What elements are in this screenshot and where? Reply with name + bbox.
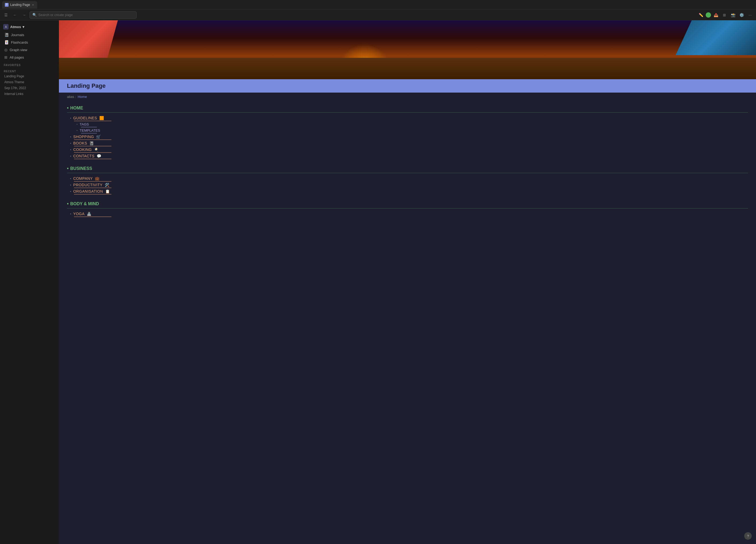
search-icon: 🔍 — [32, 13, 37, 17]
sidebar-item-all-pages[interactable]: ⊞ All pages — [1, 54, 58, 61]
alias-row: alias : Home — [59, 93, 756, 101]
edit-icon-button[interactable]: ✏️ — [697, 11, 705, 19]
nav-subitem-templates-label: TEMPLATES — [80, 129, 100, 133]
nav-item-organisation-label: ORGANISATION — [73, 189, 103, 194]
nav-item-cooking-emoji: 🍳 — [94, 148, 99, 152]
hero-ground — [59, 58, 756, 79]
active-tab[interactable]: P Landing Page × — [2, 1, 37, 9]
tab-label: Landing Page — [10, 3, 30, 7]
section-business-header: BUSINESS — [64, 164, 748, 172]
journals-icon: 📓 — [4, 33, 9, 37]
toolbar: ☰ ← → 🔍 Search or create page ✏️ 📤 ⊞ 📸 ⚙… — [0, 10, 756, 20]
nav-item-yoga-label: YOGA — [73, 212, 85, 216]
nav-subitem-tags[interactable]: TAGS — [75, 121, 748, 127]
section-bodymind-label: BODY & MIND — [70, 202, 99, 206]
recent-item-atmos-theme[interactable]: Atmos Theme — [0, 79, 59, 85]
recent-item-landing-page[interactable]: Landing Page — [0, 73, 59, 79]
sidebar-item-flashcards[interactable]: 🃏 Flashcards — [1, 39, 58, 46]
snapshot-icon-button[interactable]: 📸 — [729, 11, 737, 19]
nav-item-cooking[interactable]: COOKING 🍳 — [69, 146, 748, 153]
sidebar: A Atmos ▾ 📓 Journals 🃏 Flashcards ◎ Grap… — [0, 20, 59, 544]
forward-button[interactable]: → — [20, 11, 28, 19]
nav-item-yoga-emoji: 🏯 — [87, 212, 91, 216]
guidelines-subitems: TAGS TEMPLATES — [69, 121, 748, 134]
sidebar-item-journals-label: Journals — [11, 33, 24, 37]
tab-page-icon: P — [5, 3, 9, 7]
section-home-header: HOME — [64, 103, 748, 112]
recent-section-label: RECENT — [0, 67, 59, 73]
grid-icon-button[interactable]: ⊞ — [721, 11, 728, 19]
hero-image — [59, 20, 756, 79]
nav-item-contacts-emoji: 💬 — [97, 154, 101, 158]
sidebar-item-flashcards-label: Flashcards — [11, 40, 28, 44]
workspace-chevron: ▾ — [22, 25, 24, 29]
more-icon-button[interactable]: ··· — [746, 11, 754, 19]
recent-item-sep17[interactable]: Sep 17th, 2022 — [0, 85, 59, 91]
nav-item-guidelines-label: GUIDELINES — [73, 116, 97, 120]
section-home-divider — [67, 112, 748, 113]
nav-item-organisation[interactable]: ORGANISATION 📋 — [69, 188, 748, 195]
nav-item-productivity-label: PRODUCTIVITY — [73, 183, 103, 187]
main-layout: A Atmos ▾ 📓 Journals 🃏 Flashcards ◎ Grap… — [0, 20, 756, 544]
tab-close-button[interactable]: × — [32, 3, 34, 6]
back-button[interactable]: ← — [11, 11, 19, 19]
sidebar-item-graph-label: Graph view — [10, 48, 27, 52]
page-content: Landing Page alias : Home HOME GUIDELINE… — [59, 79, 756, 544]
section-business-divider — [67, 173, 748, 173]
workspace-selector[interactable]: A Atmos ▾ — [0, 22, 59, 31]
help-button[interactable]: ? — [744, 532, 752, 540]
page-title: Landing Page — [67, 82, 106, 89]
section-body-mind: BODY & MIND YOGA 🏯 — [59, 197, 756, 219]
section-business: BUSINESS COMPANY 💼 PRODUCTIVITY 🛠️ — [59, 161, 756, 197]
all-pages-icon: ⊞ — [4, 55, 7, 59]
section-bodymind-divider — [67, 208, 748, 209]
nav-item-contacts[interactable]: CONTACTS 💬 — [69, 153, 748, 159]
export-icon-button[interactable]: 📤 — [712, 11, 720, 19]
nav-item-books-label: BOOKS — [73, 141, 87, 145]
section-home-label: HOME — [70, 106, 83, 111]
alias-link[interactable]: Home — [78, 95, 87, 99]
titlebar: P Landing Page × — [0, 0, 756, 10]
nav-item-company[interactable]: COMPANY 💼 — [69, 175, 748, 182]
section-bodymind-header: BODY & MIND — [64, 199, 748, 208]
home-nav-list: GUIDELINES 🟧 TAGS TEMPLATES — [64, 115, 748, 159]
recent-label-landing-page: Landing Page — [4, 74, 24, 78]
nav-item-company-label: COMPANY — [73, 176, 93, 181]
sidebar-item-allpages-label: All pages — [10, 55, 24, 59]
section-business-label: BUSINESS — [70, 166, 92, 171]
sidebar-item-graph-view[interactable]: ◎ Graph view — [1, 46, 58, 53]
yoga-underline — [74, 217, 111, 217]
nav-item-productivity-emoji: 🛠️ — [105, 183, 109, 187]
nav-item-shopping[interactable]: SHOPPING 🛒 — [69, 134, 748, 140]
nav-item-company-emoji: 💼 — [95, 176, 99, 181]
section-home: HOME GUIDELINES 🟧 TAGS — [59, 101, 756, 161]
nav-item-shopping-emoji: 🛒 — [96, 135, 101, 139]
recent-label-internal-links: Internal Links — [4, 92, 23, 96]
nav-item-books[interactable]: BOOKS 📓 — [69, 140, 748, 146]
nav-item-yoga[interactable]: YOGA 🏯 — [69, 211, 748, 217]
alias-label: alias : — [67, 95, 76, 99]
status-dot — [706, 12, 711, 18]
nav-subitem-tags-label: TAGS — [80, 122, 89, 126]
bodymind-nav-list: YOGA 🏯 — [64, 211, 748, 217]
sidebar-item-journals[interactable]: 📓 Journals — [1, 31, 58, 38]
settings-icon-button[interactable]: ⚙️ — [738, 11, 745, 19]
nav-item-organisation-emoji: 📋 — [105, 189, 110, 194]
business-nav-list: COMPANY 💼 PRODUCTIVITY 🛠️ ORGANISATION 📋 — [64, 175, 748, 195]
recent-item-internal-links[interactable]: Internal Links — [0, 91, 59, 97]
favorites-section-label: FAVORITES — [0, 61, 59, 67]
graph-view-icon: ◎ — [4, 48, 7, 52]
nav-item-guidelines-emoji: 🟧 — [99, 116, 104, 120]
workspace-icon: A — [3, 24, 9, 29]
nav-item-cooking-label: COOKING — [73, 148, 92, 152]
nav-item-books-emoji: 📓 — [89, 141, 94, 145]
nav-item-productivity[interactable]: PRODUCTIVITY 🛠️ — [69, 182, 748, 188]
search-placeholder: Search or create page — [38, 13, 73, 17]
nav-subitem-templates[interactable]: TEMPLATES — [75, 127, 748, 134]
nav-item-guidelines[interactable]: GUIDELINES 🟧 — [69, 115, 748, 121]
nav-item-shopping-label: SHOPPING — [73, 135, 94, 139]
search-bar[interactable]: 🔍 Search or create page — [29, 11, 137, 19]
nav-item-contacts-label: CONTACTS — [73, 154, 95, 158]
page-title-bar: Landing Page — [59, 79, 756, 93]
nav-toggle-button[interactable]: ☰ — [2, 11, 10, 19]
